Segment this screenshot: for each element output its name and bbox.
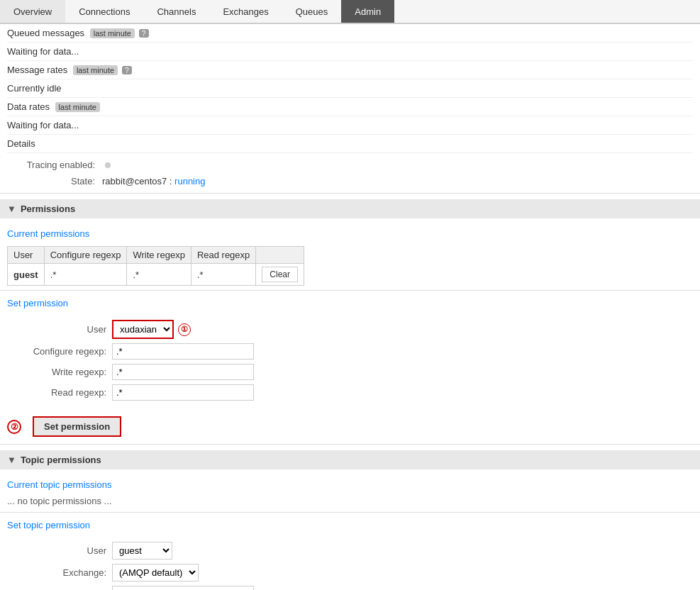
- topic-permissions-arrow-icon: ▼: [7, 455, 16, 465]
- data-rates-label: Data rates: [7, 101, 50, 112]
- permissions-table: User Configure regexp Write regexp Read …: [7, 246, 304, 286]
- details-label-row: Details: [7, 135, 693, 153]
- tracing-label: Tracing enabled:: [9, 157, 101, 172]
- user-field-label: User: [7, 324, 106, 335]
- queued-messages-badge: last minute: [90, 28, 135, 38]
- col-write: Write regexp: [127, 247, 191, 264]
- topic-exchange-row: Exchange: (AMQP default): [7, 564, 693, 581]
- queued-messages-label: Queued messages: [7, 28, 84, 38]
- topic-user-select[interactable]: guest xudaxian: [112, 542, 172, 560]
- state-label: State:: [9, 174, 101, 189]
- step1-badge: ①: [178, 323, 191, 336]
- tracing-value: [102, 157, 205, 172]
- message-rates-question: ?: [122, 66, 132, 74]
- col-action: [256, 247, 304, 264]
- set-permission-btn-row: ② Set permission: [7, 416, 693, 437]
- write-regexp-input[interactable]: [112, 364, 254, 380]
- state-separator: :: [167, 176, 174, 187]
- read-regexp-input[interactable]: [112, 384, 254, 401]
- waiting-text-1: Waiting for data...: [7, 46, 79, 57]
- state-value: rabbit@centos7 : running: [102, 174, 205, 189]
- set-permission-form: User xudaxian guest ① Configure regexp: …: [7, 311, 693, 409]
- current-topic-permissions-label[interactable]: Current topic permissions: [7, 475, 693, 493]
- set-permission-label[interactable]: Set permission: [7, 294, 693, 311]
- read-regexp-label: Read regexp:: [7, 387, 106, 398]
- permissions-arrow-icon: ▼: [7, 204, 16, 214]
- user-select[interactable]: xudaxian guest: [112, 320, 174, 339]
- data-rates-row: Data rates last minute: [7, 98, 693, 116]
- queued-messages-row: Queued messages last minute ?: [7, 24, 693, 43]
- permissions-title: Permissions: [21, 204, 75, 214]
- message-rates-badge: last minute: [73, 65, 118, 75]
- currently-idle-text: Currently idle: [7, 83, 62, 94]
- tab-queues[interactable]: Queues: [282, 0, 342, 23]
- configure-regexp-label: Configure regexp:: [7, 346, 106, 357]
- col-user: User: [8, 247, 45, 264]
- currently-idle-row: Currently idle: [7, 79, 693, 98]
- table-row: guest .* .* .* Clear: [8, 264, 304, 286]
- perm-write: .*: [127, 264, 191, 286]
- user-field-row: User xudaxian guest ①: [7, 320, 693, 339]
- waiting-data-row-2: Waiting for data...: [7, 116, 693, 135]
- set-topic-permission-label[interactable]: Set topic permission: [7, 516, 693, 533]
- topic-permissions-section-header: ▼ Topic permissions: [0, 450, 700, 469]
- read-regexp-row: Read regexp:: [7, 384, 693, 401]
- top-navigation: Overview Connections Channels Exchanges …: [0, 0, 700, 24]
- details-label: Details: [7, 138, 35, 149]
- topic-user-label: User: [7, 545, 106, 556]
- tab-connections[interactable]: Connections: [65, 0, 143, 23]
- current-permissions-label[interactable]: Current permissions: [7, 224, 693, 242]
- perm-user: guest: [8, 264, 45, 286]
- topic-exchange-select[interactable]: (AMQP default): [112, 564, 199, 581]
- topic-exchange-label: Exchange:: [7, 567, 106, 578]
- waiting-text-2: Waiting for data...: [7, 120, 79, 130]
- permissions-section-header: ▼ Permissions: [0, 199, 700, 218]
- no-topic-perms-text: ... no topic permissions ...: [7, 493, 693, 509]
- clear-button[interactable]: Clear: [262, 267, 298, 282]
- data-rates-badge: last minute: [55, 102, 100, 112]
- set-permission-button[interactable]: Set permission: [33, 416, 121, 437]
- configure-regexp-input[interactable]: [112, 343, 254, 360]
- step2-circle: ②: [7, 420, 21, 434]
- write-regexp-row: Write regexp:: [7, 364, 693, 380]
- state-node: rabbit@centos7: [102, 176, 167, 187]
- configure-regexp-row: Configure regexp:: [7, 343, 693, 360]
- topic-user-field-row: User guest xudaxian: [7, 542, 693, 560]
- queued-messages-question: ?: [139, 29, 149, 38]
- topic-permissions-title: Topic permissions: [21, 455, 101, 465]
- col-configure: Configure regexp: [44, 247, 127, 264]
- main-content: Queued messages last minute ? Waiting fo…: [0, 24, 700, 590]
- perm-action-cell: Clear: [256, 264, 304, 286]
- tab-exchanges[interactable]: Exchanges: [209, 0, 282, 23]
- tab-channels[interactable]: Channels: [143, 0, 209, 23]
- message-rates-label: Message rates: [7, 65, 67, 75]
- tab-admin[interactable]: Admin: [341, 0, 394, 23]
- topic-write-row: Write:: [7, 586, 693, 590]
- col-read: Read regexp: [191, 247, 255, 264]
- divider-3: [0, 444, 700, 445]
- tracing-dot-icon: [105, 162, 111, 168]
- divider-1: [0, 193, 700, 194]
- perm-read: .*: [191, 264, 255, 286]
- set-topic-permission-form: User guest xudaxian Exchange: (AMQP defa…: [7, 533, 693, 590]
- perm-configure: .*: [44, 264, 127, 286]
- divider-4: [0, 512, 700, 513]
- write-regexp-label: Write regexp:: [7, 367, 106, 377]
- details-table: Tracing enabled: State: rabbit@centos7 :…: [7, 156, 206, 190]
- waiting-data-row-1: Waiting for data...: [7, 43, 693, 61]
- message-rates-row: Message rates last minute ?: [7, 61, 693, 79]
- tab-overview[interactable]: Overview: [0, 0, 65, 23]
- state-running: running: [174, 176, 205, 187]
- topic-write-input[interactable]: [112, 586, 254, 590]
- divider-2: [0, 290, 700, 291]
